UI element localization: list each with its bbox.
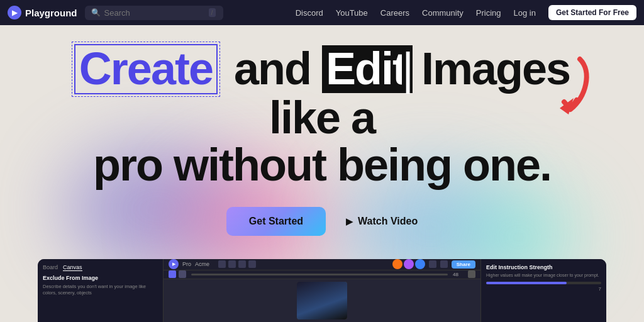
ui-right-desc: Higher values will make your image close…	[486, 272, 601, 278]
watch-video-label: Watch Video	[358, 216, 418, 227]
ui-toolbar-right: Share	[392, 259, 475, 269]
user-avatar-3	[415, 259, 425, 269]
sub-icon-2[interactable]	[179, 270, 186, 278]
search-bar[interactable]: 🔍 /	[85, 6, 223, 20]
ui-right-panel: Edit Instruction Strength Higher values …	[480, 259, 606, 322]
ui-left-panel: Board Canvas Exclude From Image Describe…	[38, 259, 164, 322]
nav-login[interactable]: Log in	[514, 8, 536, 18]
ui-workspace-name: Acme	[195, 261, 209, 267]
logo-icon: ▶	[8, 6, 21, 19]
toolbar-icon-2[interactable]	[228, 260, 236, 268]
ui-center: ▶ Pro Acme Share	[164, 259, 480, 322]
nav-links: Discord YouTube Careers Community Pricin…	[296, 5, 636, 20]
navbar: ▶ Playground 🔍 / Discord YouTube Careers…	[0, 0, 644, 25]
user-avatar-1	[392, 259, 402, 269]
ui-right-title: Edit Instruction Strength	[486, 264, 601, 270]
ui-strength-slider[interactable]	[486, 282, 601, 284]
nav-pricing[interactable]: Pricing	[476, 8, 501, 18]
toolbar-icon-4[interactable]	[248, 260, 256, 268]
share-button[interactable]: Share	[452, 260, 475, 269]
sub-value: 48	[453, 272, 465, 277]
ui-toolbar: ▶ Pro Acme Share	[164, 259, 480, 270]
search-shortcut: /	[209, 8, 216, 17]
hero-headline-rest: Images like a	[269, 43, 570, 143]
nav-careers[interactable]: Careers	[380, 8, 409, 18]
sub-icon-1[interactable]	[169, 270, 176, 278]
undo-icon[interactable]	[429, 260, 436, 268]
hero-subline: pro without being one.	[93, 142, 551, 189]
ui-canvas-area	[164, 279, 480, 322]
ui-panel-desc: Describe details you don't want in your …	[43, 284, 158, 296]
redo-icon[interactable]	[440, 260, 448, 268]
user-avatar-2	[404, 259, 414, 269]
ui-canvas-image	[297, 282, 347, 319]
ui-slider-value: 7	[486, 286, 601, 292]
sub-delete[interactable]	[468, 270, 475, 278]
hero-headline: Create and Edit Images like a	[39, 44, 605, 142]
tab-board[interactable]: Board	[43, 264, 58, 271]
hero-word-and: and	[234, 43, 311, 94]
hero-section: Create and Edit Images like a pro withou…	[0, 25, 644, 322]
nav-discord[interactable]: Discord	[296, 8, 323, 18]
nav-community[interactable]: Community	[422, 8, 464, 18]
toolbar-icon-3[interactable]	[238, 260, 246, 268]
ui-panel-title: Exclude From Image	[43, 275, 158, 281]
watch-video-button[interactable]: ▶ Watch Video	[346, 216, 418, 227]
toolbar-icon-1[interactable]	[218, 260, 226, 268]
hero-word-create: Create	[74, 44, 218, 94]
ui-toolbar-logo-icon: ▶	[169, 259, 179, 269]
logo-text: Playground	[25, 8, 77, 18]
ui-toolbar-pro: Pro	[182, 261, 191, 267]
hero-buttons: Get Started ▶ Watch Video	[226, 207, 418, 236]
ui-sub-toolbar: 48	[164, 270, 480, 279]
sub-slider[interactable]	[191, 274, 448, 275]
ui-preview: Board Canvas Exclude From Image Describe…	[38, 259, 606, 322]
hero-content: Create and Edit Images like a pro withou…	[0, 44, 644, 236]
search-input[interactable]	[104, 8, 205, 18]
ui-tabs: Board Canvas	[43, 264, 158, 271]
search-icon: 🔍	[91, 8, 101, 17]
get-started-button[interactable]: Get Started	[226, 207, 326, 236]
ui-slider-fill	[486, 282, 567, 284]
tab-canvas[interactable]: Canvas	[63, 264, 82, 271]
hero-word-edit: Edit	[322, 45, 410, 93]
nav-youtube[interactable]: YouTube	[336, 8, 368, 18]
logo[interactable]: ▶ Playground	[8, 6, 77, 19]
play-icon: ▶	[346, 216, 353, 226]
nav-cta-button[interactable]: Get Started For Free	[548, 5, 636, 20]
